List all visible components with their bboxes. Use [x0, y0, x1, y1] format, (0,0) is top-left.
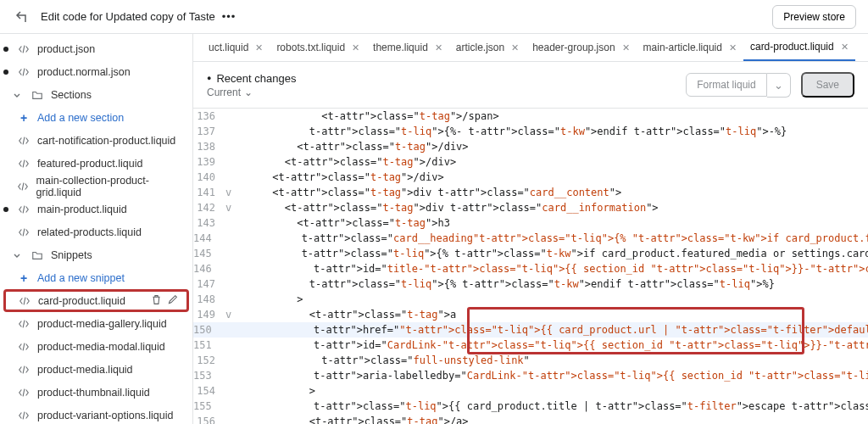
sidebar-file[interactable]: related-products.liquid	[0, 220, 192, 243]
close-icon[interactable]: ✕	[352, 42, 359, 53]
code-line[interactable]: 143 <t-attr">class="t-tag">h3	[193, 215, 868, 231]
tab[interactable]: main-article.liquid✕	[637, 34, 743, 61]
sidebar-file[interactable]: product-media.liquid	[0, 358, 192, 381]
line-number: 144	[193, 231, 222, 246]
code-line[interactable]: 148 >	[193, 292, 868, 307]
close-icon[interactable]: ✕	[622, 42, 630, 53]
tab[interactable]: theme.liquid✕	[366, 34, 449, 61]
code-line[interactable]: 141v <t-attr">class="t-tag">div t-attr">…	[193, 185, 868, 200]
line-number: 143	[193, 215, 225, 231]
more-icon[interactable]: •••	[222, 10, 236, 23]
plus-icon: +	[17, 111, 31, 125]
code-line[interactable]: 139 <t-attr">class="t-tag">/div>	[193, 154, 868, 170]
code-line[interactable]: 140 <t-attr">class="t-tag">/div>	[193, 170, 868, 185]
sidebar-file[interactable]: main-product.liquid	[0, 198, 192, 220]
sidebar-file-selected[interactable]: card-product.liquid	[3, 289, 189, 312]
sidebar-file[interactable]: product-media-gallery.liquid	[0, 312, 192, 335]
line-number: 153	[193, 368, 222, 383]
code-line[interactable]: 145 t-attr">class="t-liq">{% t-attr">cla…	[193, 246, 868, 261]
code-line[interactable]: 146 t-attr">id="title-"t-attr">class="t-…	[193, 261, 868, 276]
rename-icon[interactable]	[167, 294, 178, 308]
line-number: 149	[193, 307, 225, 322]
sidebar-file[interactable]: product.normal.json	[0, 60, 192, 83]
format-liquid-button[interactable]: Format liquid	[686, 73, 766, 97]
close-icon[interactable]: ✕	[435, 42, 442, 53]
close-icon[interactable]: ✕	[729, 42, 737, 53]
sidebar-file[interactable]: main-collection-product-grid.liquid	[0, 175, 192, 198]
back-icon[interactable]	[12, 7, 32, 27]
editor: uct.liquid✕robots.txt.liquid✕theme.liqui…	[193, 34, 868, 424]
current-dropdown[interactable]: Current ⌄	[207, 86, 296, 98]
code-icon	[18, 295, 31, 307]
code-line[interactable]: 136 <t-attr">class="t-tag">/span>	[193, 109, 868, 124]
sidebar-file[interactable]: featured-product.liquid	[0, 152, 192, 175]
chevron-down-icon: ⌄	[244, 86, 253, 98]
page-title: Edit code for Updated copy of Taste	[41, 10, 215, 23]
recent-changes-label: Recent changes	[207, 72, 296, 85]
line-number: 151	[193, 338, 222, 353]
code-line[interactable]: 154 >	[193, 383, 868, 399]
code-icon	[17, 318, 31, 330]
close-icon[interactable]: ✕	[511, 42, 519, 53]
toolbar: Recent changes Current ⌄ Format liquid ⌄…	[193, 61, 868, 109]
tab[interactable]: article.json✕	[449, 34, 526, 61]
code-icon	[17, 204, 31, 215]
sidebar-file[interactable]: product.json	[0, 37, 192, 60]
add-snippet-button[interactable]: +Add a new snippet	[0, 266, 192, 289]
code-line[interactable]: 137 t-attr">class="t-liq">{%- t-attr">cl…	[193, 124, 868, 139]
line-number: 142	[193, 200, 225, 215]
line-number: 141	[193, 185, 225, 200]
sidebar-file[interactable]: product-media-modal.liquid	[0, 335, 192, 358]
line-number: 137	[193, 124, 225, 139]
line-number: 139	[193, 154, 225, 170]
code-icon	[17, 410, 31, 421]
chevron-down-icon	[10, 91, 24, 99]
line-number: 145	[193, 246, 222, 261]
topbar: Edit code for Updated copy of Taste ••• …	[0, 0, 868, 34]
chevron-down-icon	[10, 251, 24, 259]
sidebar: product.jsonproduct.normal.jsonSections+…	[0, 34, 193, 424]
code-icon	[17, 387, 31, 399]
line-number: 146	[193, 261, 222, 276]
code-line[interactable]: 156 <t-attr">class="t-tag">/a>	[193, 414, 868, 424]
line-number: 136	[193, 109, 225, 124]
line-number: 156	[193, 414, 225, 424]
plus-icon: +	[17, 271, 31, 285]
tab[interactable]: card-product.liquid✕	[743, 34, 855, 61]
line-number: 152	[193, 353, 225, 368]
close-icon[interactable]: ✕	[841, 42, 849, 53]
line-number: 148	[193, 292, 225, 307]
add-section-button[interactable]: +Add a new section	[0, 106, 192, 129]
sidebar-file[interactable]: product-variant-options.liquid	[0, 404, 192, 424]
code-line[interactable]: 138 <t-attr">class="t-tag">/div>	[193, 139, 868, 154]
code-area[interactable]: 136 <t-attr">class="t-tag">/span>137 t-a…	[193, 109, 868, 424]
code-line[interactable]: 152 t-attr">class="full-unstyled-link"	[193, 353, 868, 368]
sidebar-section-snippets[interactable]: Snippets	[0, 243, 192, 266]
code-line[interactable]: 153 t-attr">aria-labelledby="CardLink-"t…	[193, 368, 868, 383]
tab[interactable]: header-group.json✕	[526, 34, 636, 61]
preview-store-button[interactable]: Preview store	[772, 5, 856, 29]
folder-icon	[31, 89, 44, 101]
delete-icon[interactable]	[151, 294, 162, 308]
format-liquid-dropdown[interactable]: ⌄	[767, 73, 791, 98]
code-icon	[17, 181, 30, 192]
sidebar-file[interactable]: cart-notification-product.liquid	[0, 129, 192, 152]
code-icon	[17, 66, 31, 78]
save-button[interactable]: Save	[801, 72, 854, 98]
line-number: 138	[193, 139, 225, 154]
folder-icon	[31, 249, 44, 261]
code-line[interactable]: 155 t-attr">class="t-liq">{{ card_produc…	[193, 399, 868, 414]
code-line[interactable]: 147 t-attr">class="t-liq">{% t-attr">cla…	[193, 276, 868, 292]
close-icon[interactable]: ✕	[255, 42, 263, 53]
code-icon	[17, 43, 31, 55]
tab[interactable]: uct.liquid✕	[202, 34, 270, 61]
line-number: 154	[193, 383, 225, 399]
sidebar-section-sections[interactable]: Sections	[0, 83, 192, 106]
code-icon	[17, 158, 31, 170]
sidebar-file[interactable]: product-thumbnail.liquid	[0, 381, 192, 404]
code-line[interactable]: 142v <t-attr">class="t-tag">div t-attr">…	[193, 200, 868, 215]
code-icon	[17, 364, 31, 376]
highlight-box	[467, 307, 804, 354]
tab[interactable]: robots.txt.liquid✕	[270, 34, 366, 61]
code-line[interactable]: 144 t-attr">class="card__heading"t-attr"…	[193, 231, 868, 246]
